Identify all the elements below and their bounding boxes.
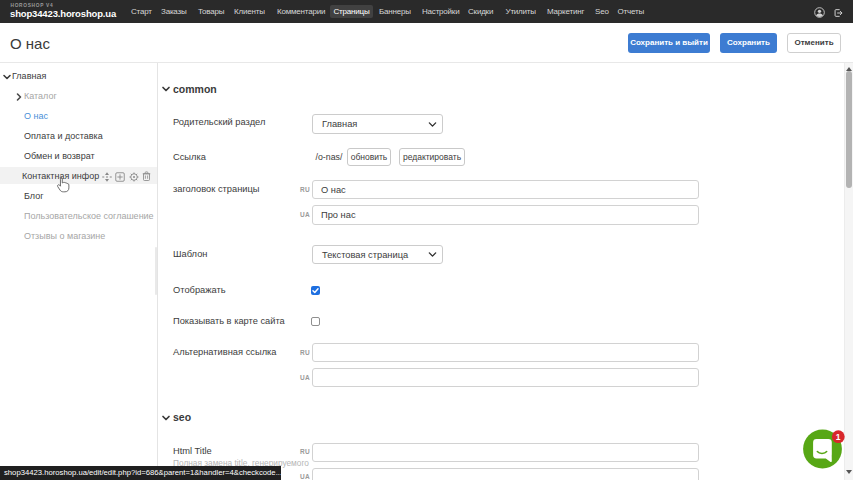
svg-text:1: 1 <box>836 432 841 442</box>
